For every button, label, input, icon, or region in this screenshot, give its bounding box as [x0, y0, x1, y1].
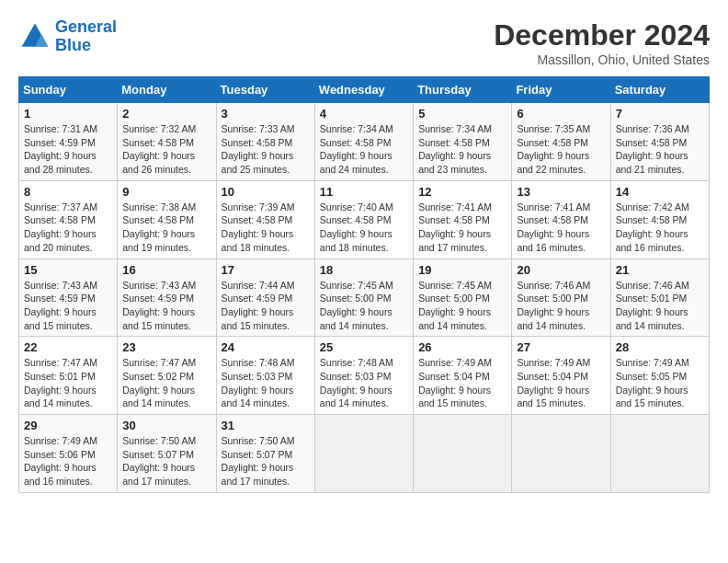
day-number: 3	[222, 107, 310, 121]
day-info: Sunrise: 7:45 AM Sunset: 5:00 PM Dayligh…	[418, 279, 506, 333]
day-number: 17	[222, 263, 310, 277]
table-row: 21 Sunrise: 7:46 AM Sunset: 5:01 PM Dayl…	[610, 259, 709, 337]
table-row: 18 Sunrise: 7:45 AM Sunset: 5:00 PM Dayl…	[314, 259, 413, 337]
day-info: Sunrise: 7:34 AM Sunset: 4:58 PM Dayligh…	[320, 122, 408, 177]
day-number: 30	[122, 419, 210, 432]
day-info: Sunrise: 7:31 AM Sunset: 4:59 PM Dayligh…	[24, 122, 112, 177]
page-header: General Blue December 2024 Massillon, Oh…	[18, 18, 710, 67]
calendar-week-1: 1 Sunrise: 7:31 AM Sunset: 4:59 PM Dayli…	[19, 103, 710, 181]
table-row: 27 Sunrise: 7:49 AM Sunset: 5:04 PM Dayl…	[512, 337, 610, 415]
table-row: 11 Sunrise: 7:40 AM Sunset: 4:58 PM Dayl…	[314, 180, 413, 259]
day-number: 22	[24, 340, 112, 354]
table-row: 23 Sunrise: 7:47 AM Sunset: 5:02 PM Dayl…	[118, 337, 216, 415]
day-info: Sunrise: 7:34 AM Sunset: 4:58 PM Dayligh…	[418, 122, 506, 177]
day-info: Sunrise: 7:46 AM Sunset: 5:00 PM Dayligh…	[517, 279, 605, 333]
day-number: 27	[517, 340, 605, 354]
logo: General Blue	[18, 18, 117, 55]
table-row: 10 Sunrise: 7:39 AM Sunset: 4:58 PM Dayl…	[216, 180, 314, 259]
day-info: Sunrise: 7:33 AM Sunset: 4:58 PM Dayligh…	[222, 122, 310, 177]
day-info: Sunrise: 7:37 AM Sunset: 4:58 PM Dayligh…	[24, 201, 112, 255]
table-row	[512, 415, 610, 493]
day-info: Sunrise: 7:49 AM Sunset: 5:04 PM Dayligh…	[418, 356, 506, 410]
col-saturday: Saturday	[610, 77, 709, 103]
table-row: 22 Sunrise: 7:47 AM Sunset: 5:01 PM Dayl…	[19, 337, 118, 415]
logo-text: General Blue	[55, 18, 117, 55]
table-row: 3 Sunrise: 7:33 AM Sunset: 4:58 PM Dayli…	[216, 103, 314, 181]
main-title: December 2024	[494, 18, 710, 52]
day-info: Sunrise: 7:49 AM Sunset: 5:06 PM Dayligh…	[24, 434, 112, 488]
day-number: 6	[517, 107, 605, 121]
table-row: 16 Sunrise: 7:43 AM Sunset: 4:59 PM Dayl…	[118, 259, 216, 337]
table-row: 12 Sunrise: 7:41 AM Sunset: 4:58 PM Dayl…	[414, 180, 512, 259]
day-info: Sunrise: 7:39 AM Sunset: 4:58 PM Dayligh…	[222, 201, 310, 255]
table-row: 20 Sunrise: 7:46 AM Sunset: 5:00 PM Dayl…	[512, 259, 610, 337]
calendar-week-3: 15 Sunrise: 7:43 AM Sunset: 4:59 PM Dayl…	[19, 259, 710, 337]
table-row: 13 Sunrise: 7:41 AM Sunset: 4:58 PM Dayl…	[512, 180, 610, 259]
day-info: Sunrise: 7:49 AM Sunset: 5:04 PM Dayligh…	[517, 356, 605, 410]
table-row: 2 Sunrise: 7:32 AM Sunset: 4:58 PM Dayli…	[118, 103, 216, 181]
calendar-week-2: 8 Sunrise: 7:37 AM Sunset: 4:58 PM Dayli…	[19, 180, 710, 259]
day-info: Sunrise: 7:35 AM Sunset: 4:58 PM Dayligh…	[517, 122, 605, 177]
day-info: Sunrise: 7:45 AM Sunset: 5:00 PM Dayligh…	[320, 279, 408, 333]
day-number: 12	[418, 185, 506, 199]
day-number: 5	[418, 107, 506, 121]
day-number: 7	[616, 107, 704, 121]
day-info: Sunrise: 7:38 AM Sunset: 4:58 PM Dayligh…	[122, 201, 210, 255]
day-info: Sunrise: 7:32 AM Sunset: 4:58 PM Dayligh…	[122, 122, 210, 177]
calendar-week-4: 22 Sunrise: 7:47 AM Sunset: 5:01 PM Dayl…	[19, 337, 710, 415]
table-row	[314, 415, 413, 493]
day-info: Sunrise: 7:47 AM Sunset: 5:01 PM Dayligh…	[24, 356, 112, 410]
day-info: Sunrise: 7:47 AM Sunset: 5:02 PM Dayligh…	[122, 356, 210, 410]
col-thursday: Thursday	[414, 77, 512, 103]
table-row	[610, 415, 709, 493]
day-info: Sunrise: 7:48 AM Sunset: 5:03 PM Dayligh…	[222, 356, 310, 410]
day-info: Sunrise: 7:43 AM Sunset: 4:59 PM Dayligh…	[122, 279, 210, 333]
table-row	[414, 415, 512, 493]
day-info: Sunrise: 7:41 AM Sunset: 4:58 PM Dayligh…	[418, 201, 506, 255]
table-row: 4 Sunrise: 7:34 AM Sunset: 4:58 PM Dayli…	[314, 103, 413, 181]
day-number: 15	[24, 263, 112, 277]
table-row: 24 Sunrise: 7:48 AM Sunset: 5:03 PM Dayl…	[216, 337, 314, 415]
day-info: Sunrise: 7:40 AM Sunset: 4:58 PM Dayligh…	[320, 201, 408, 255]
day-number: 29	[24, 419, 112, 432]
table-row: 31 Sunrise: 7:50 AM Sunset: 5:07 PM Dayl…	[216, 415, 314, 493]
table-row: 17 Sunrise: 7:44 AM Sunset: 4:59 PM Dayl…	[216, 259, 314, 337]
table-row: 30 Sunrise: 7:50 AM Sunset: 5:07 PM Dayl…	[118, 415, 216, 493]
day-info: Sunrise: 7:50 AM Sunset: 5:07 PM Dayligh…	[222, 434, 310, 488]
calendar-table: Sunday Monday Tuesday Wednesday Thursday…	[18, 76, 710, 493]
subtitle: Massillon, Ohio, United States	[494, 52, 710, 67]
day-info: Sunrise: 7:41 AM Sunset: 4:58 PM Dayligh…	[517, 201, 605, 255]
logo-icon	[18, 20, 51, 53]
day-info: Sunrise: 7:44 AM Sunset: 4:59 PM Dayligh…	[222, 279, 310, 333]
day-info: Sunrise: 7:49 AM Sunset: 5:05 PM Dayligh…	[616, 356, 704, 410]
day-number: 31	[222, 419, 310, 432]
day-number: 28	[616, 340, 704, 354]
day-number: 10	[222, 185, 310, 199]
table-row: 6 Sunrise: 7:35 AM Sunset: 4:58 PM Dayli…	[512, 103, 610, 181]
table-row: 19 Sunrise: 7:45 AM Sunset: 5:00 PM Dayl…	[414, 259, 512, 337]
day-info: Sunrise: 7:36 AM Sunset: 4:58 PM Dayligh…	[616, 122, 704, 177]
col-monday: Monday	[118, 77, 216, 103]
day-number: 8	[24, 185, 112, 199]
day-info: Sunrise: 7:48 AM Sunset: 5:03 PM Dayligh…	[320, 356, 408, 410]
day-number: 1	[24, 107, 112, 121]
day-number: 14	[616, 185, 704, 199]
day-number: 18	[320, 263, 408, 277]
day-number: 23	[122, 340, 210, 354]
day-number: 19	[418, 263, 506, 277]
table-row: 15 Sunrise: 7:43 AM Sunset: 4:59 PM Dayl…	[19, 259, 118, 337]
day-number: 11	[320, 185, 408, 199]
table-row: 9 Sunrise: 7:38 AM Sunset: 4:58 PM Dayli…	[118, 180, 216, 259]
day-info: Sunrise: 7:43 AM Sunset: 4:59 PM Dayligh…	[24, 279, 112, 333]
day-number: 20	[517, 263, 605, 277]
table-row: 7 Sunrise: 7:36 AM Sunset: 4:58 PM Dayli…	[610, 103, 709, 181]
day-number: 4	[320, 107, 408, 121]
day-number: 25	[320, 340, 408, 354]
table-row: 29 Sunrise: 7:49 AM Sunset: 5:06 PM Dayl…	[19, 415, 118, 493]
day-number: 9	[122, 185, 210, 199]
col-wednesday: Wednesday	[314, 77, 413, 103]
col-sunday: Sunday	[19, 77, 118, 103]
day-number: 13	[517, 185, 605, 199]
calendar-header-row: Sunday Monday Tuesday Wednesday Thursday…	[19, 77, 710, 103]
day-number: 2	[122, 107, 210, 121]
